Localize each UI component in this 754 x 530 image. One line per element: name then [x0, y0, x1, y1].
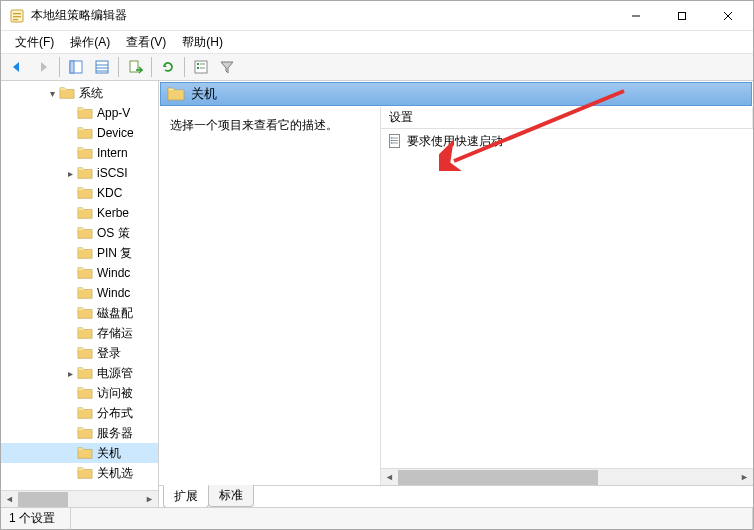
- tree-node[interactable]: ▸ Device: [1, 123, 158, 143]
- svg-point-26: [391, 142, 393, 144]
- tree-node-label: PIN 复: [97, 245, 132, 262]
- scrollbar-thumb[interactable]: [398, 470, 598, 485]
- folder-icon: [77, 105, 93, 121]
- list-horizontal-scrollbar[interactable]: ◄ ►: [381, 468, 753, 485]
- status-count: 1 个设置: [1, 508, 71, 529]
- tree-node[interactable]: ▸ OS 策: [1, 223, 158, 243]
- back-button[interactable]: [5, 55, 29, 79]
- main-area: ▾ 系统▸ App-V▸ Device▸ Intern▸ iSCSI▸ KD: [1, 81, 753, 507]
- tree-node[interactable]: ▸ KDC: [1, 183, 158, 203]
- list-item-label: 要求使用快速启动: [407, 133, 503, 150]
- folder-icon: [77, 465, 93, 481]
- tree-node-label: Device: [97, 126, 134, 140]
- settings-list: 设置 要求使用快速启动 ◄ ►: [380, 107, 753, 485]
- tree-node[interactable]: ▸ 登录: [1, 343, 158, 363]
- tab-standard[interactable]: 标准: [208, 485, 254, 507]
- toolbar-separator: [151, 57, 152, 77]
- folder-header-label: 关机: [191, 85, 217, 103]
- tree-node-label: Kerbe: [97, 206, 129, 220]
- export-button[interactable]: [123, 55, 147, 79]
- close-button[interactable]: [705, 1, 751, 30]
- tree-node-label: 登录: [97, 345, 121, 362]
- tree-node[interactable]: ▸ 关机选: [1, 463, 158, 483]
- tree-node[interactable]: ▸ iSCSI: [1, 163, 158, 183]
- minimize-button[interactable]: [613, 1, 659, 30]
- status-empty: [71, 508, 753, 529]
- svg-point-25: [391, 140, 393, 142]
- toolbar-separator: [59, 57, 60, 77]
- scroll-left-icon[interactable]: ◄: [381, 469, 398, 486]
- tree-node[interactable]: ▸ Intern: [1, 143, 158, 163]
- tree-node-root[interactable]: ▾ 系统: [1, 83, 158, 103]
- tree-node-label: 访问被: [97, 385, 133, 402]
- folder-icon: [167, 85, 185, 103]
- tab-extended[interactable]: 扩展: [163, 485, 209, 507]
- show-hide-tree-button[interactable]: [64, 55, 88, 79]
- tree-node-label: 电源管: [97, 365, 133, 382]
- tree-node-label: Windc: [97, 286, 130, 300]
- tree-node[interactable]: ▸ App-V: [1, 103, 158, 123]
- scrollbar-thumb[interactable]: [18, 492, 68, 507]
- list-header[interactable]: 设置: [381, 107, 753, 129]
- tree-node-label: Intern: [97, 146, 128, 160]
- svg-rect-2: [13, 16, 21, 17]
- folder-icon: [77, 445, 93, 461]
- maximize-button[interactable]: [659, 1, 705, 30]
- tree-node-label: OS 策: [97, 225, 130, 242]
- folder-icon: [77, 205, 93, 221]
- description-column: 选择一个项目来查看它的描述。: [160, 107, 380, 485]
- tree-node[interactable]: ▸ 关机: [1, 443, 158, 463]
- options-button[interactable]: [189, 55, 213, 79]
- chevron-right-icon[interactable]: ▸: [63, 366, 77, 380]
- tree-panel: ▾ 系统▸ App-V▸ Device▸ Intern▸ iSCSI▸ KD: [1, 81, 159, 507]
- tree-node[interactable]: ▸ 存储运: [1, 323, 158, 343]
- right-panel: 关机 选择一个项目来查看它的描述。 设置 要求使用快速启动: [159, 81, 753, 507]
- toolbar-separator: [118, 57, 119, 77]
- tree-node[interactable]: ▸ 磁盘配: [1, 303, 158, 323]
- folder-icon: [77, 185, 93, 201]
- folder-icon: [59, 85, 75, 101]
- tree-node-label: 系统: [79, 85, 103, 102]
- scroll-right-icon[interactable]: ►: [736, 469, 753, 486]
- details-button[interactable]: [90, 55, 114, 79]
- forward-button[interactable]: [31, 55, 55, 79]
- tree-node[interactable]: ▸ 电源管: [1, 363, 158, 383]
- window-title: 本地组策略编辑器: [31, 7, 613, 24]
- menu-action[interactable]: 操作(A): [62, 32, 118, 53]
- tree-node[interactable]: ▸ 服务器: [1, 423, 158, 443]
- tree-node-label: 关机: [97, 445, 121, 462]
- folder-icon: [77, 125, 93, 141]
- folder-icon: [77, 425, 93, 441]
- tree-horizontal-scrollbar[interactable]: ◄ ►: [1, 490, 158, 507]
- svg-rect-5: [679, 12, 686, 19]
- tree-node-label: 分布式: [97, 405, 133, 422]
- svg-point-24: [391, 137, 393, 139]
- menu-file[interactable]: 文件(F): [7, 32, 62, 53]
- tree[interactable]: ▾ 系统▸ App-V▸ Device▸ Intern▸ iSCSI▸ KD: [1, 81, 158, 485]
- filter-button[interactable]: [215, 55, 239, 79]
- folder-icon: [77, 245, 93, 261]
- column-header-setting[interactable]: 设置: [381, 107, 753, 128]
- menu-help[interactable]: 帮助(H): [174, 32, 231, 53]
- tree-node[interactable]: ▸ PIN 复: [1, 243, 158, 263]
- tree-node-label: 磁盘配: [97, 305, 133, 322]
- chevron-down-icon[interactable]: ▾: [45, 86, 59, 100]
- tree-node[interactable]: ▸ 分布式: [1, 403, 158, 423]
- tree-node[interactable]: ▸ Kerbe: [1, 203, 158, 223]
- scroll-right-icon[interactable]: ►: [141, 491, 158, 508]
- toolbar: [1, 53, 753, 81]
- scroll-left-icon[interactable]: ◄: [1, 491, 18, 508]
- tree-node[interactable]: ▸ Windc: [1, 263, 158, 283]
- refresh-button[interactable]: [156, 55, 180, 79]
- tree-node[interactable]: ▸ Windc: [1, 283, 158, 303]
- tree-node[interactable]: ▸ 访问被: [1, 383, 158, 403]
- menu-view[interactable]: 查看(V): [118, 32, 174, 53]
- chevron-right-icon[interactable]: ▸: [63, 166, 77, 180]
- svg-rect-17: [197, 67, 199, 69]
- folder-icon: [77, 345, 93, 361]
- list-item[interactable]: 要求使用快速启动: [381, 131, 753, 151]
- folder-icon: [77, 285, 93, 301]
- svg-rect-3: [13, 19, 18, 20]
- tree-node-label: 关机选: [97, 465, 133, 482]
- folder-icon: [77, 145, 93, 161]
